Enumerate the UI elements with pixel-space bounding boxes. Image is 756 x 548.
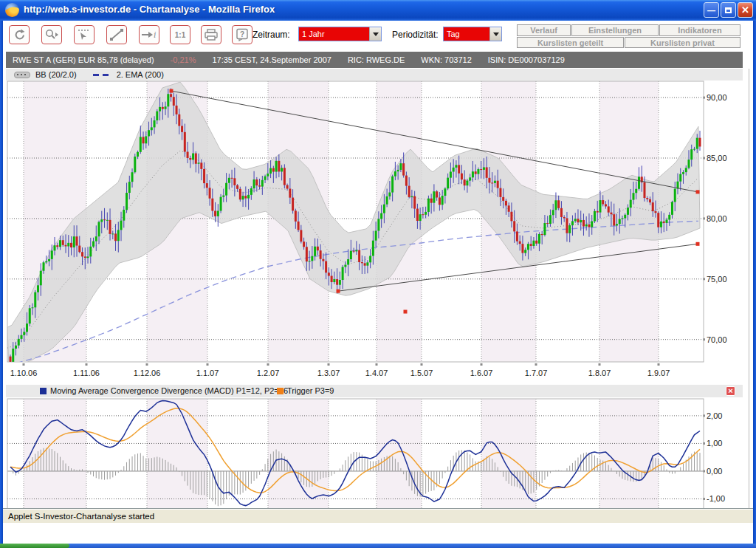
svg-text:i: i	[154, 30, 156, 40]
taskbar[interactable]	[0, 544, 756, 548]
svg-text:90,00: 90,00	[707, 93, 727, 102]
svg-text:80,00: 80,00	[707, 214, 727, 223]
firefox-icon	[5, 3, 19, 17]
status-text: Applet S-Investor-Chartanalyse started	[8, 512, 154, 521]
tab-einstellungen[interactable]: Einstellungen	[571, 24, 659, 36]
zeitraum-value: 1 Jahr	[299, 27, 369, 41]
minimize-button[interactable]: —	[704, 2, 719, 18]
tab-kurslisten-geteilt[interactable]: Kurslisten geteilt	[517, 37, 624, 48]
macd-swatch-icon	[40, 388, 47, 394]
svg-text:1.2.07: 1.2.07	[257, 369, 280, 377]
svg-text:1.9.07: 1.9.07	[647, 369, 670, 377]
svg-text:1.11.06: 1.11.06	[73, 369, 100, 377]
window-title: http://web.s-investor.de - Chartanalyse …	[24, 4, 275, 15]
indicator-legendbar: BB (20/2.0) 2. EMA (200)	[6, 69, 743, 81]
svg-text:?: ?	[240, 30, 244, 38]
bollinger-legend-label: BB (20/2.0)	[35, 70, 77, 79]
quote-timestamp: 17:35 CEST, 24.September 2007	[212, 55, 331, 64]
help-button[interactable]: ?	[232, 25, 252, 44]
cursor-icon	[77, 28, 92, 41]
statusbar: Applet S-Investor-Chartanalyse started	[3, 508, 753, 523]
ema-legend-label: 2. EMA (200)	[117, 70, 164, 79]
instrument-infobar: RWE ST A (GER) EUR 85,78 (delayed) -0,21…	[6, 52, 743, 68]
svg-text:1.4.07: 1.4.07	[365, 369, 388, 377]
svg-text:70,00: 70,00	[707, 335, 727, 344]
svg-text:1.6.07: 1.6.07	[470, 369, 493, 377]
periodizitaet-label: Periodizität:	[392, 30, 439, 40]
ema-swatch-icon	[93, 74, 111, 76]
applet-page: i 1:1 ? Zeitraum: 1 Jahr	[3, 21, 753, 529]
price-change: -0,21%	[171, 55, 196, 64]
svg-text:1.1.07: 1.1.07	[196, 369, 219, 377]
instrument-name: RWE ST A (GER) EUR 85,78 (delayed)	[13, 55, 154, 64]
info-pointer-button[interactable]: i	[139, 25, 159, 44]
svg-text:1.7.07: 1.7.07	[525, 369, 548, 377]
info-pointer-icon: i	[141, 28, 157, 41]
svg-text:2,00: 2,00	[707, 411, 722, 420]
zeitraum-label: Zeitraum:	[252, 30, 290, 40]
svg-text:1.12.06: 1.12.06	[134, 369, 161, 377]
macd-close-button[interactable]: ×	[726, 386, 735, 396]
zeitraum-select[interactable]: 1 Jahr	[298, 27, 382, 41]
draw-line-button[interactable]	[106, 25, 127, 44]
svg-text:75,00: 75,00	[707, 275, 727, 284]
svg-text:1.3.07: 1.3.07	[317, 369, 340, 377]
tab-kurslisten-privat[interactable]: Kurslisten privat	[625, 37, 740, 48]
svg-text:1:1: 1:1	[175, 31, 186, 39]
titlebar[interactable]: http://web.s-investor.de - Chartanalyse …	[0, 0, 756, 21]
periodizitaet-dropdown-arrow-icon[interactable]	[489, 27, 501, 41]
periodizitaet-value: Tag	[444, 27, 489, 41]
tab-bar: Verlauf Einstellungen Indikatoren Kursli…	[517, 24, 741, 48]
select-mode-button[interactable]	[74, 25, 94, 44]
one-to-one-icon: 1:1	[172, 28, 188, 41]
macd-legendbar: Moving Average Convergence Divergence (M…	[6, 385, 743, 397]
maximize-button[interactable]	[721, 2, 736, 18]
svg-text:1,00: 1,00	[707, 439, 722, 448]
svg-text:1.10.06: 1.10.06	[10, 369, 38, 377]
macd-legend-label: Moving Average Convergence Divergence (M…	[50, 386, 288, 395]
svg-text:85,00: 85,00	[707, 154, 727, 162]
close-button[interactable]: ✕	[738, 2, 753, 18]
ric-code: RIC: RWEG.DE	[348, 55, 405, 64]
trigger-legend-label: Trigger P3=9	[287, 386, 334, 395]
one-to-one-button[interactable]: 1:1	[170, 25, 190, 44]
svg-text:1.8.07: 1.8.07	[588, 369, 611, 377]
start-button-fragment[interactable]	[0, 544, 69, 548]
zeitraum-dropdown-arrow-icon[interactable]	[369, 27, 381, 41]
tab-indikatoren[interactable]: Indikatoren	[659, 24, 740, 36]
zoom-mode-button[interactable]	[41, 25, 62, 44]
periodizitaet-select[interactable]: Tag	[443, 27, 502, 41]
printer-icon	[204, 28, 219, 41]
svg-text:-1,00: -1,00	[707, 494, 725, 503]
print-button[interactable]	[201, 25, 221, 44]
svg-text:0,00: 0,00	[707, 467, 722, 476]
svg-text:1.5.07: 1.5.07	[410, 369, 433, 377]
isin-code: ISIN: DE0007037129	[488, 55, 565, 64]
bollinger-swatch-icon	[14, 72, 30, 78]
trigger-swatch-icon	[277, 388, 284, 394]
tab-verlauf[interactable]: Verlauf	[517, 24, 571, 36]
refresh-icon	[12, 28, 27, 41]
firefox-window: http://web.s-investor.de - Chartanalyse …	[0, 0, 756, 548]
wkn-code: WKN: 703712	[421, 55, 471, 64]
window-border-right	[753, 21, 756, 544]
chart-canvas[interactable]: 1.10.061.11.061.12.061.1.071.2.071.3.071…	[3, 21, 753, 529]
help-icon: ?	[235, 28, 250, 41]
trendline-icon	[109, 28, 124, 41]
zoom-magnifier-icon	[44, 28, 59, 41]
applet-right-border	[749, 69, 749, 522]
refresh-button[interactable]	[9, 25, 30, 44]
